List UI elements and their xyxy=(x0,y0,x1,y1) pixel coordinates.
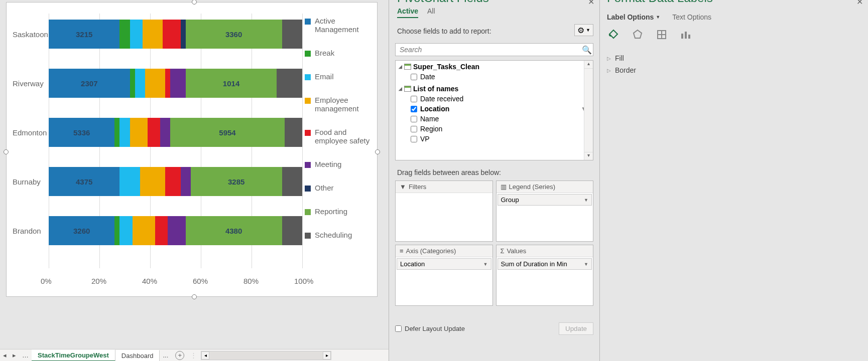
bar-row[interactable]: 43753285 xyxy=(49,167,302,196)
tab-nav-more[interactable]: … xyxy=(19,351,32,359)
field-list[interactable]: ◢Super_Tasks_CleanDate◢List of namesDate… xyxy=(395,60,593,160)
legend-item[interactable]: Reporting xyxy=(305,207,372,216)
bar-segment[interactable] xyxy=(130,20,143,49)
bar-segment[interactable] xyxy=(114,216,119,245)
section-border[interactable]: ▷Border xyxy=(607,64,636,76)
bar-segment[interactable] xyxy=(181,20,186,49)
scroll-down[interactable]: ▾ xyxy=(584,152,593,160)
area-legend[interactable]: ▥Legend (Series) Group▼ xyxy=(496,180,594,242)
pivot-chart[interactable]: 3215336023071014533659544375328532604380… xyxy=(6,2,378,297)
legend-item[interactable]: Meeting xyxy=(305,160,372,168)
field-checkbox[interactable] xyxy=(411,116,417,122)
bar-segment[interactable] xyxy=(145,69,165,98)
bar-segment[interactable] xyxy=(168,216,185,245)
bar-segment[interactable] xyxy=(163,20,180,49)
bar-segment[interactable] xyxy=(130,69,135,98)
bar-segment[interactable]: 3260 xyxy=(49,216,114,245)
bar-segment[interactable]: 5954 xyxy=(170,118,284,147)
effects-icon[interactable] xyxy=(631,28,644,41)
bar-segment[interactable]: 4375 xyxy=(49,167,119,196)
bar-segment[interactable] xyxy=(181,167,191,196)
field-checkbox[interactable] xyxy=(411,106,417,112)
bar-segment[interactable] xyxy=(282,167,302,196)
update-button[interactable]: Update xyxy=(559,322,593,335)
bar-segment[interactable] xyxy=(133,216,155,245)
bar-row[interactable]: 53365954 xyxy=(49,118,302,147)
tab-text-options[interactable]: Text Options xyxy=(672,13,711,21)
bar-segment[interactable] xyxy=(148,118,160,147)
legend-item[interactable]: Other xyxy=(305,184,372,192)
chart-legend[interactable]: Active ManagementBreakEmailEmployee mana… xyxy=(305,17,372,254)
field-checkbox[interactable] xyxy=(411,74,417,80)
area-field-pill[interactable]: Sum of Duration in Min▼ xyxy=(498,258,592,270)
pivot-tools-button[interactable]: ⚙▼ xyxy=(574,24,593,36)
area-field-pill[interactable]: Group▼ xyxy=(498,194,592,206)
legend-item[interactable]: Active Management xyxy=(305,17,372,34)
tab-more-dots[interactable]: ... xyxy=(160,351,171,359)
area-filters[interactable]: ▼Filters xyxy=(395,180,493,242)
field-item[interactable]: Date received xyxy=(396,94,593,104)
field-search-input[interactable] xyxy=(396,46,581,54)
bar-segment[interactable] xyxy=(277,69,302,98)
bar-segment[interactable]: 5336 xyxy=(49,118,114,147)
label-options-icon[interactable] xyxy=(679,28,692,41)
bar-segment[interactable] xyxy=(119,167,140,196)
field-table-header[interactable]: ◢Super_Tasks_Clean xyxy=(396,62,593,72)
scroll-up[interactable]: ▴ xyxy=(584,61,593,69)
bar-segment[interactable] xyxy=(282,20,302,49)
resize-handle-bottom[interactable] xyxy=(192,294,197,299)
field-item[interactable]: Date xyxy=(396,72,593,82)
field-item[interactable]: Region xyxy=(396,124,593,134)
legend-item[interactable]: Employee management xyxy=(305,96,372,113)
field-item[interactable]: VP xyxy=(396,134,593,144)
bar-segment[interactable] xyxy=(165,69,170,98)
bar-segment[interactable] xyxy=(135,69,145,98)
bar-segment[interactable]: 1014 xyxy=(186,69,277,98)
horizontal-scrollbar[interactable]: ◂ ▸ xyxy=(201,351,331,360)
legend-item[interactable]: Scheduling xyxy=(305,231,372,239)
bar-segment[interactable] xyxy=(143,20,163,49)
field-search-box[interactable]: 🔍 xyxy=(395,43,593,56)
bar-segment[interactable]: 3285 xyxy=(191,167,282,196)
bar-segment[interactable] xyxy=(282,216,302,245)
legend-item[interactable]: Food and employee safety xyxy=(305,128,372,145)
section-fill[interactable]: ▷Fill xyxy=(607,52,636,64)
tab-nav-prev[interactable]: ▸ xyxy=(10,351,19,359)
search-icon[interactable]: 🔍 xyxy=(581,45,593,55)
bar-segment[interactable]: 3215 xyxy=(49,20,119,49)
field-checkbox[interactable] xyxy=(411,126,417,132)
bar-row[interactable]: 32153360 xyxy=(49,20,302,49)
defer-layout-checkbox[interactable]: Defer Layout Update xyxy=(395,325,465,332)
field-item[interactable]: Location▼ xyxy=(396,104,593,114)
legend-item[interactable]: Break xyxy=(305,49,372,57)
add-sheet-button[interactable]: + xyxy=(175,351,184,360)
bar-row[interactable]: 32604380 xyxy=(49,216,302,245)
fill-line-icon[interactable] xyxy=(607,28,620,41)
pivot-tab-all[interactable]: All xyxy=(427,7,435,18)
plot-area[interactable]: 3215336023071014533659544375328532604380 xyxy=(49,14,302,282)
tab-nav-first[interactable]: ◂ xyxy=(0,351,10,359)
bar-segment[interactable] xyxy=(114,118,119,147)
bar-segment[interactable] xyxy=(140,167,166,196)
legend-item[interactable]: Email xyxy=(305,72,372,81)
area-values[interactable]: ΣValues Sum of Duration in Min▼ xyxy=(496,245,594,306)
bar-segment[interactable] xyxy=(155,216,168,245)
tab-label-options[interactable]: Label Options▼ xyxy=(607,13,660,21)
bar-row[interactable]: 23071014 xyxy=(49,69,302,98)
size-properties-icon[interactable] xyxy=(655,28,668,41)
bar-segment[interactable] xyxy=(130,118,148,147)
bar-segment[interactable]: 4380 xyxy=(186,216,282,245)
bar-segment[interactable] xyxy=(165,167,180,196)
resize-handle-top[interactable] xyxy=(192,0,197,5)
field-item[interactable]: Name xyxy=(396,114,593,124)
bar-segment[interactable] xyxy=(119,216,132,245)
bar-segment[interactable] xyxy=(119,20,130,49)
bar-segment[interactable] xyxy=(285,118,302,147)
pivot-pane-close[interactable]: ✕ xyxy=(588,0,594,7)
area-axis[interactable]: ≡Axis (Categories) Location▼ xyxy=(395,245,493,306)
area-field-pill[interactable]: Location▼ xyxy=(397,258,491,270)
field-list-scrollbar[interactable]: ▴ ▾ xyxy=(584,61,593,160)
field-checkbox[interactable] xyxy=(411,136,417,142)
format-pane-close[interactable]: ✕ xyxy=(856,0,863,7)
hscroll-left[interactable]: ◂ xyxy=(201,351,209,359)
